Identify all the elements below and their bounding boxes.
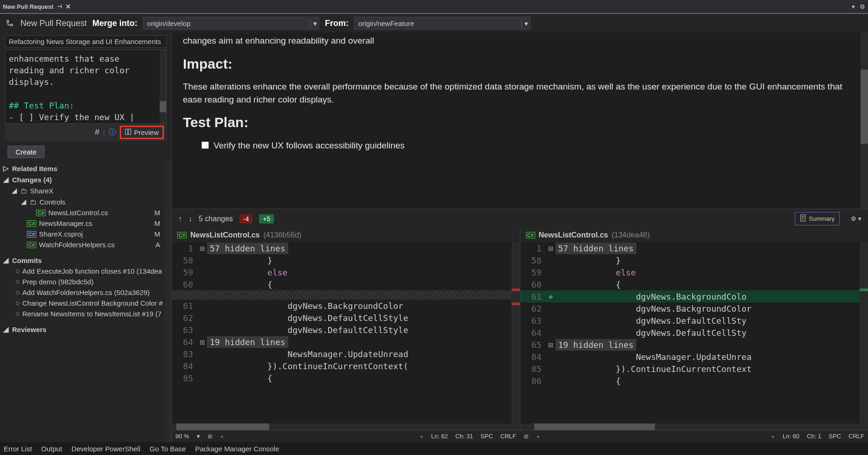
code-line[interactable]: 58 } — [172, 254, 520, 266]
code-line[interactable]: 83 NewsManager.UpdateUnread — [172, 348, 520, 360]
file-newsmanager[interactable]: C# NewsManager.cs M — [0, 218, 171, 229]
code-line[interactable]: 62 dgvNews.DefaultCellStyle — [172, 312, 520, 324]
scrollbar[interactable] — [165, 161, 171, 442]
changes-section[interactable]: ◢ Changes (4) — [0, 174, 171, 185]
svg-point-0 — [7, 20, 9, 22]
code-line[interactable]: 60 { — [172, 278, 520, 290]
status-item-errorlist[interactable]: Error List — [4, 445, 32, 453]
code-line[interactable]: 65⊞19 hidden lines — [520, 339, 868, 351]
code-line[interactable] — [172, 290, 520, 300]
col-info[interactable]: Ch: 31 — [455, 433, 473, 440]
reviewers-section[interactable]: ◢ Reviewers — [0, 324, 171, 335]
svg-rect-3 — [129, 129, 131, 135]
scrollbar[interactable] — [861, 32, 868, 209]
svg-point-1 — [11, 24, 13, 26]
commits-section[interactable]: ◢ Commits — [0, 255, 171, 266]
diff-footer-right: ⊘ ◂ ▸ Ln: 60 Ch: 1 SPC CRLF — [520, 430, 868, 442]
create-button[interactable]: Create — [7, 146, 45, 158]
file-newslistcontrol[interactable]: C# NewsListControl.cs M — [0, 207, 171, 218]
file-watchfolders[interactable]: C# WatchFoldersHelpers.cs A — [0, 239, 171, 250]
scrollbar[interactable] — [160, 50, 166, 123]
col-info[interactable]: Ch: 1 — [807, 433, 821, 440]
no-issues-icon[interactable]: ⊘ — [207, 433, 213, 440]
code-line[interactable]: 62 dgvNews.BackgroundColor — [520, 302, 868, 314]
next-change-icon[interactable]: ↓ — [188, 215, 192, 223]
indent-info[interactable]: SPC — [829, 433, 841, 440]
from-dropdown[interactable]: origin/newFeature ▾ — [354, 17, 531, 30]
code-line[interactable]: 86 { — [520, 375, 868, 387]
code-left[interactable]: 1⊞57 hidden lines58 }59 else60 {61 dgvNe… — [172, 242, 520, 423]
line-info[interactable]: Ln: 60 — [783, 433, 799, 440]
commit-item[interactable]: Prep demo (982bdc5d) — [0, 276, 171, 287]
file-csproj[interactable]: C# ShareX.csproj M — [0, 229, 171, 239]
preview-button[interactable]: Preview — [120, 126, 164, 139]
close-tab-icon[interactable]: ✕ — [65, 3, 71, 10]
code-line[interactable]: 59 else — [172, 266, 520, 278]
commit-item[interactable]: Add WatchFoldersHelpers.cs (502a3629) — [0, 287, 171, 298]
summary-button[interactable]: Summary — [795, 212, 840, 225]
info-icon[interactable]: ⓘ — [109, 128, 116, 137]
window-titlebar: New Pull Request ⊣ ✕ ▾ ⚙ — [0, 0, 868, 14]
code-line[interactable]: 58 } — [520, 254, 868, 266]
code-line[interactable]: 64 dgvNews.DefaultCellSty — [520, 327, 868, 339]
code-line[interactable]: 59 else — [520, 266, 868, 278]
diff-file-header-right: C# NewsListControl.cs (134dea48) — [520, 228, 868, 242]
code-line[interactable]: 1⊞57 hidden lines — [172, 242, 520, 254]
commit-item[interactable]: Rename NewsItems to NewsItemsList #19 (7 — [0, 308, 171, 319]
status-item-pmc[interactable]: Package Manager Console — [195, 445, 279, 453]
code-line[interactable]: 85 }).ContinueInCurrentContext — [520, 363, 868, 375]
code-right[interactable]: 1⊞57 hidden lines58 }59 else60 {61+ dgvN… — [520, 242, 868, 423]
commit-dot-icon — [16, 301, 19, 305]
status-item-output[interactable]: Output — [41, 445, 62, 453]
related-items-section[interactable]: ▷ Related Items — [0, 163, 171, 174]
code-line[interactable]: 1⊞57 hidden lines — [520, 242, 868, 254]
from-value: origin/newFeature — [358, 19, 414, 27]
csharp-icon: C# — [27, 242, 36, 248]
eol-info[interactable]: CRLF — [500, 433, 516, 440]
prev-change-icon[interactable]: ↑ — [178, 215, 182, 223]
code-line[interactable]: 64⊞19 hidden lines — [172, 336, 520, 348]
commit-label: Prep demo (982bdc5d) — [22, 278, 93, 286]
pr-title-input[interactable]: Refactoring News Storage and UI Enhancem… — [5, 35, 167, 48]
code-line[interactable]: 63 dgvNews.DefaultCellStyle — [172, 324, 520, 336]
preview-checkbox[interactable] — [201, 141, 209, 149]
folder-controls[interactable]: ◢ 🗀 Controls — [0, 196, 171, 207]
pr-description-textarea[interactable]: enhancements that ease reading and riche… — [5, 50, 167, 124]
dropdown-icon[interactable]: ▾ — [852, 3, 855, 10]
status-item-gotobase[interactable]: Go To Base — [149, 445, 186, 453]
preview-check-label: Verify the new UX follows accessibility … — [214, 139, 405, 152]
no-issues-icon[interactable]: ⊘ — [524, 433, 529, 440]
zoom-dropdown-icon[interactable]: ▾ — [197, 433, 200, 440]
eol-info[interactable]: CRLF — [849, 433, 864, 440]
h-scrollbar[interactable] — [520, 423, 868, 430]
code-line[interactable]: 84 }).ContinueInCurrentContext( — [172, 360, 520, 372]
commit-dot-icon — [16, 291, 19, 295]
code-line[interactable]: 85 { — [172, 372, 520, 384]
code-line[interactable]: 61+ dgvNews.BackgroundColo — [520, 290, 868, 302]
code-line[interactable]: 60 { — [520, 278, 868, 290]
status-item-powershell[interactable]: Developer PowerShell — [71, 445, 140, 453]
diff-file-header-left: C# NewsListControl.cs (4136b56d) — [172, 228, 520, 242]
minimap[interactable] — [860, 242, 868, 423]
code-line[interactable]: 63 dgvNews.DefaultCellSty — [520, 314, 868, 327]
changes-label: Changes (4) — [12, 176, 52, 184]
hash-button[interactable]: # — [95, 128, 99, 137]
settings-gear-icon[interactable]: ⚙ — [860, 3, 865, 10]
document-icon — [800, 214, 806, 223]
merge-into-dropdown[interactable]: origin/develop ▾ — [143, 17, 319, 30]
h-scrollbar[interactable] — [172, 423, 520, 430]
diff-right-pane: C# NewsListControl.cs (134dea48) 1⊞57 hi… — [520, 228, 868, 430]
code-line[interactable]: 61 dgvNews.BackgroundColor — [172, 300, 520, 312]
zoom-level[interactable]: 90 % — [175, 433, 189, 440]
folder-icon: 🗀 — [20, 187, 27, 195]
line-info[interactable]: Ln: 62 — [431, 433, 448, 440]
folder-sharex[interactable]: ◢ 🗀 ShareX — [0, 185, 171, 196]
commit-item[interactable]: Add ExecuteJob function closes #10 (134d… — [0, 266, 171, 276]
code-line[interactable]: 84 NewsManager.UpdateUnrea — [520, 351, 868, 363]
minimap[interactable] — [512, 242, 520, 423]
pin-icon[interactable]: ⊣ — [57, 3, 62, 10]
diff-settings-icon[interactable]: ⚙ ▾ — [851, 215, 862, 222]
desc-text: displays. — [9, 77, 54, 87]
commit-item[interactable]: Change NewsListControl Background Color … — [0, 298, 171, 308]
indent-info[interactable]: SPC — [480, 433, 493, 440]
